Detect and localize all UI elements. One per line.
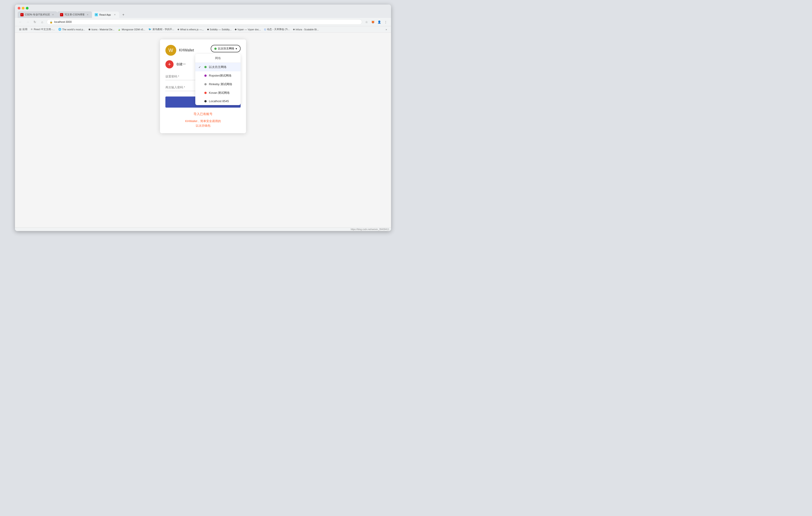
star-btn[interactable]: ☆ xyxy=(364,19,369,25)
bookmark-runoob[interactable]: 🐦 菜鸟教程 - 学的不... xyxy=(147,27,176,31)
network-option-mainnet[interactable]: ✓ 以太坊主网络 xyxy=(195,63,241,71)
wallet-card: W KHWallet 以太坊主网络 ▾ 网络 ✓ xyxy=(160,39,246,133)
import-link[interactable]: 导入已有账号 xyxy=(165,112,241,116)
status-bar: https://blog.csdn.net/weixin_39430411 xyxy=(15,227,391,231)
tab-bar: C CSDN-专业IT技术社区 ✕ C 写文章-CSDN博客 ✕ ⚛ React… xyxy=(18,11,388,18)
address-bar: ← → ↻ ⌂ 🔒 localhost:3000 ☆ 🦊 👤 ⋮ xyxy=(15,18,391,26)
tagline-line2: 以太坊钱包 xyxy=(165,123,241,128)
minimize-window-btn[interactable] xyxy=(22,7,25,9)
metamask-btn[interactable]: 🦊 xyxy=(370,19,376,25)
url-text: localhost:3000 xyxy=(54,20,359,24)
checkmark-icon: ✓ xyxy=(199,65,202,69)
network-option-localhost-label: Localhost 8545 xyxy=(209,99,229,103)
tab-favicon-csdn1: C xyxy=(20,13,24,16)
bookmark-mongoose-label: Mongoose ODM v5... xyxy=(122,28,145,31)
bookmark-ethers[interactable]: ◈ What is ethers.js —... xyxy=(176,27,205,31)
network-option-ropsten[interactable]: Ropsten测试网络 xyxy=(195,71,241,80)
menu-btn[interactable]: ⋮ xyxy=(383,19,388,25)
network-option-rinkeby[interactable]: Rinkeby 测试网络 xyxy=(195,80,241,89)
move-favicon: G xyxy=(264,28,266,31)
bookmark-ethers-label: What is ethers.js —... xyxy=(180,28,204,31)
wallet-logo-text: W xyxy=(169,47,173,53)
kovan-dot xyxy=(204,92,207,94)
nav-actions: ☆ 🦊 👤 ⋮ xyxy=(364,19,388,25)
react-docs-favicon: ⚛ xyxy=(31,28,33,31)
tab-title-csdn2: 写文章-CSDN博客 xyxy=(64,13,85,16)
tab-title-react: React App xyxy=(99,13,112,16)
tab-csdn2[interactable]: C 写文章-CSDN博客 ✕ xyxy=(57,11,92,18)
ropsten-dot xyxy=(204,74,207,77)
bookmark-world[interactable]: 🌐 The world's most p... xyxy=(57,27,87,31)
tagline-line1: KHWallet，简单安全易用的 xyxy=(165,119,241,123)
world-favicon: 🌐 xyxy=(58,28,61,31)
maximize-window-btn[interactable] xyxy=(26,7,29,9)
url-bar[interactable]: 🔒 localhost:3000 xyxy=(47,19,362,25)
back-btn[interactable]: ← xyxy=(18,19,23,25)
tagline: KHWallet，简单安全易用的 以太坊钱包 xyxy=(165,119,241,128)
bookmark-world-label: The world's most p... xyxy=(62,28,85,31)
window-controls xyxy=(18,7,388,9)
bookmark-solidity-label: Solidity — Solidity... xyxy=(210,28,232,31)
network-option-mainnet-label: 以太坊主网络 xyxy=(209,65,227,69)
network-option-ropsten-label: Ropsten测试网络 xyxy=(209,73,232,78)
network-button[interactable]: 以太坊主网络 ▾ xyxy=(211,45,241,52)
network-dropdown: 网络 ✓ 以太坊主网络 Ropsten测试网络 xyxy=(195,54,241,105)
network-option-rinkeby-label: Rinkeby 测试网络 xyxy=(209,82,232,86)
bookmark-infura[interactable]: ◈ Infura - Scalable Bl... xyxy=(292,27,320,31)
wallet-header: W KHWallet 以太坊主网络 ▾ 网络 ✓ xyxy=(165,45,241,56)
bookmark-solidity[interactable]: ◆ Solidity — Solidity... xyxy=(206,27,233,31)
lock-icon: 🔒 xyxy=(50,21,53,24)
tab-title-csdn1: CSDN-专业IT技术社区 xyxy=(25,13,50,16)
profile-btn[interactable]: 👤 xyxy=(377,19,382,25)
add-icon: + xyxy=(168,61,171,67)
tab-csdn1[interactable]: C CSDN-专业IT技术社区 ✕ xyxy=(18,11,57,18)
network-option-kovan[interactable]: Kovan 测试网络 xyxy=(195,89,241,97)
rinkeby-dot xyxy=(204,83,207,85)
network-active-dot xyxy=(214,48,216,50)
apps-icon: ⊞ xyxy=(19,28,22,31)
bookmark-move[interactable]: G 动态 - 天草降临 (Ti... xyxy=(263,27,291,31)
ethers-favicon: ◈ xyxy=(177,28,179,31)
network-option-kovan-label: Kovan 测试网络 xyxy=(209,91,230,95)
bookmark-move-label: 动态 - 天草降临 (Ti... xyxy=(267,28,290,31)
network-btn-label: 以太坊主网络 xyxy=(218,47,234,51)
status-url: https://blog.csdn.net/weixin_39430411 xyxy=(351,228,389,231)
bookmark-react-docs-label: React 中文文档 -… xyxy=(34,28,55,31)
dropdown-header: 网络 xyxy=(195,54,241,63)
bookmark-vyper[interactable]: ◆ Vyper — Vyper doc... xyxy=(233,27,262,31)
chevron-down-icon: ▾ xyxy=(236,47,237,50)
forward-btn[interactable]: → xyxy=(25,19,30,25)
solidity-favicon: ◆ xyxy=(207,28,209,31)
wallet-name: KHWallet xyxy=(179,48,194,52)
bookmark-runoob-label: 菜鸟教程 - 学的不... xyxy=(152,28,174,31)
mainnet-dot xyxy=(204,66,207,68)
bookmark-apps[interactable]: ⊞ 应用 xyxy=(18,27,29,31)
bookmark-icons[interactable]: ◉ Icons - Material De... xyxy=(87,27,116,31)
network-option-localhost[interactable]: Localhost 8545 xyxy=(195,97,241,105)
network-selector: 以太坊主网络 ▾ 网络 ✓ 以太坊主网络 xyxy=(211,45,241,52)
close-window-btn[interactable] xyxy=(18,7,20,9)
add-account-btn[interactable]: + xyxy=(165,60,174,68)
title-bar: C CSDN-专业IT技术社区 ✕ C 写文章-CSDN博客 ✕ ⚛ React… xyxy=(15,4,391,18)
tab-react[interactable]: ⚛ React App ✕ xyxy=(92,11,119,18)
bookmarks-more-btn[interactable]: » xyxy=(384,28,388,31)
home-btn[interactable]: ⌂ xyxy=(39,19,45,25)
create-text: 创建一 xyxy=(176,62,186,66)
tab-close-react[interactable]: ✕ xyxy=(113,13,116,16)
new-tab-btn[interactable]: + xyxy=(120,11,126,18)
tab-close-csdn2[interactable]: ✕ xyxy=(86,13,89,16)
refresh-btn[interactable]: ↻ xyxy=(32,19,38,25)
vyper-favicon: ◆ xyxy=(235,28,236,31)
browser-window: C CSDN-专业IT技术社区 ✕ C 写文章-CSDN博客 ✕ ⚛ React… xyxy=(15,4,391,231)
infura-favicon: ◈ xyxy=(293,28,295,31)
page-content: W KHWallet 以太坊主网络 ▾ 网络 ✓ xyxy=(15,33,391,227)
bookmark-infura-label: Infura - Scalable Bl... xyxy=(296,28,319,31)
bookmark-mongoose[interactable]: 🍃 Mongoose ODM v5... xyxy=(116,27,147,31)
icons-favicon: ◉ xyxy=(88,28,91,31)
tab-favicon-csdn2: C xyxy=(60,13,63,16)
bookmark-react-docs[interactable]: ⚛ React 中文文档 -… xyxy=(29,27,56,31)
mongoose-favicon: 🍃 xyxy=(118,28,121,31)
bookmark-vyper-label: Vyper — Vyper doc... xyxy=(237,28,261,31)
tab-close-csdn1[interactable]: ✕ xyxy=(52,13,55,16)
runoob-favicon: 🐦 xyxy=(148,28,151,31)
